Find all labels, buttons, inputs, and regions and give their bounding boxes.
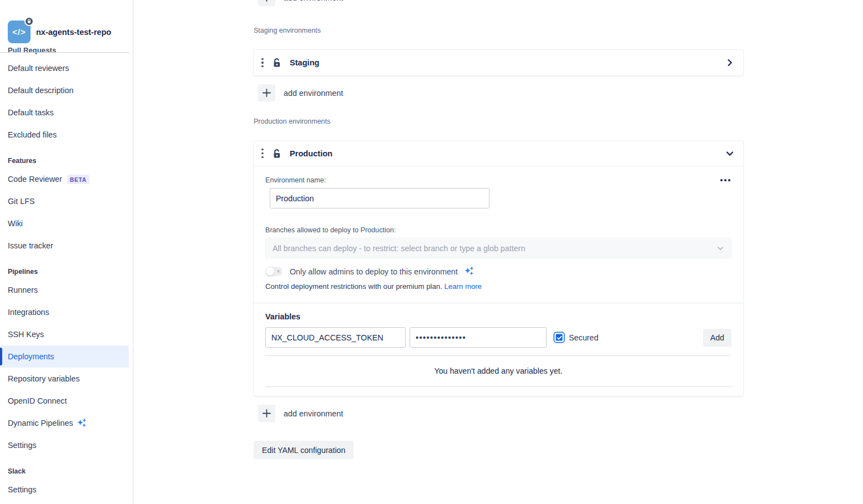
repo-name: nx-agents-test-repo [36,28,111,37]
sidebar-item-settings[interactable]: Settings [0,434,129,456]
unlocked-padlock-icon [271,148,282,159]
plus-icon [258,84,275,101]
environment-name-input[interactable] [270,188,489,208]
sidebar-item-wiki[interactable]: Wiki [0,212,129,235]
edit-yaml-configuration-button[interactable]: Edit YAML configuration [254,441,354,459]
sidebar-item-default-tasks[interactable]: Default tasks [0,101,129,124]
staging-environment-card: Staging [254,50,743,75]
private-lock-badge-icon [24,17,34,26]
sidebar-item-runners[interactable]: Runners [0,279,129,301]
unlocked-padlock-icon [271,57,282,68]
clipped-add-environment-row: add environment [254,0,743,7]
variables-section-divider [254,303,743,303]
sidebar-item-openid-connect[interactable]: OpenID Connect [0,390,129,412]
beta-badge: BETA [67,175,89,184]
sidebar-item-repository-variables[interactable]: Repository variables [0,368,129,390]
staging-environment-header[interactable]: Staging [254,50,743,75]
add-environment-button-production[interactable]: add environment [254,404,743,422]
variable-name-input[interactable] [265,327,406,348]
add-environment-button-top[interactable]: add environment [254,0,743,7]
sidebar-divider [133,0,134,504]
production-environment-card: Production Environment name: Branches al… [254,141,743,396]
sidebar-item-deployments[interactable]: Deployments [0,345,129,368]
branches-allowed-label: Branches allowed to deploy to Production… [265,226,731,234]
add-environment-button-staging[interactable]: add environment [254,84,743,102]
sidebar-heading-features: Features [0,149,129,168]
sidebar-item-code-reviewer[interactable]: Code Reviewer BETA [0,168,129,190]
branch-select-placeholder: All branches can deploy - to restrict: s… [272,244,716,253]
staging-section-label: Staging environments [254,27,743,34]
secured-label: Secured [569,333,598,342]
branch-restriction-select[interactable]: All branches can deploy - to restrict: s… [265,238,731,258]
plus-icon [258,405,275,422]
environment-name-label: Environment name: [265,176,326,184]
sidebar-header-divider [0,52,129,53]
variable-value-input[interactable] [410,327,547,348]
admins-only-toggle[interactable]: × [265,267,282,276]
add-variable-button[interactable]: Add [703,329,731,347]
chevron-right-icon[interactable] [725,58,734,67]
more-options-icon[interactable] [719,177,731,184]
sidebar-nav: Default reviewers Default description De… [0,57,129,501]
variables-heading: Variables [265,312,731,321]
production-section-label: Production environments [254,118,743,125]
production-environment-name: Production [290,149,332,158]
chevron-down-icon [716,245,724,252]
repo-avatar: </> [8,21,31,43]
learn-more-link[interactable]: Learn more [445,282,482,291]
sparkle-icon [463,266,475,277]
sparkle-icon [75,418,87,429]
plus-icon [258,0,275,6]
drag-handle-icon[interactable] [259,58,266,68]
sidebar-item-excluded-files[interactable]: Excluded files [0,124,129,146]
sidebar-item-ssh-keys[interactable]: SSH Keys [0,323,129,345]
repo-identity[interactable]: </> nx-agents-test-repo [8,21,111,43]
sidebar-heading-slack: Slack [0,460,129,478]
sidebar-item-dynamic-pipelines[interactable]: Dynamic Pipelines [0,412,129,434]
sidebar-item-default-description[interactable]: Default description [0,79,129,101]
chevron-down-icon[interactable] [725,149,734,158]
sidebar-item-default-reviewers[interactable]: Default reviewers [0,57,129,79]
variables-empty-message: You haven't added any variables yet. [265,366,731,375]
secured-checkbox[interactable] [554,333,564,342]
premium-plan-note: Control deployment restrictions with our… [265,282,442,291]
sidebar-item-git-lfs[interactable]: Git LFS [0,190,129,212]
drag-handle-icon[interactable] [259,149,266,158]
sidebar-item-slack-settings[interactable]: Settings [0,478,129,501]
sidebar-item-integrations[interactable]: Integrations [0,301,129,323]
production-environment-header[interactable]: Production [254,141,743,166]
variable-input-row: Secured Add [265,327,731,348]
staging-environment-name: Staging [290,58,320,67]
sidebar-heading-pipelines: Pipelines [0,260,129,279]
sidebar-item-issue-tracker[interactable]: Issue tracker [0,235,129,257]
main-content: add environment Staging environments Sta… [134,0,863,504]
repo-header: </> nx-agents-test-repo [0,0,129,53]
code-icon: </> [12,27,26,37]
production-environment-body: Environment name: Branches allowed to de… [254,166,743,396]
admins-only-toggle-label: Only allow admins to deploy to this envi… [290,267,458,276]
sidebar: Pull Requests </> nx-agents-test-repo De… [0,0,129,504]
secured-checkbox-wrap[interactable]: Secured [554,333,598,342]
variables-list-divider [265,355,731,356]
